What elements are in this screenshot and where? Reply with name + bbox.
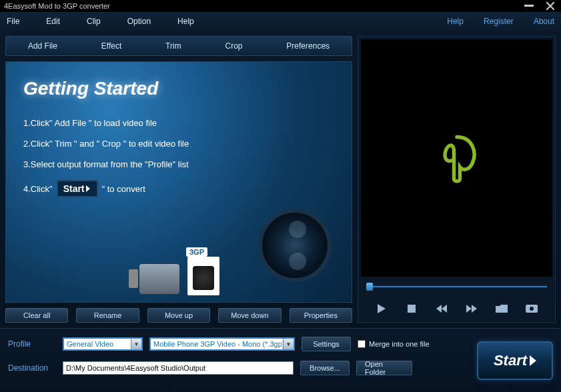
profile-category-combo[interactable]: General Video ▼ [63, 337, 143, 351]
open-folder-button[interactable]: Open Folder [356, 361, 412, 375]
list-actions: Clear all Rename Move up Move down Prope… [5, 308, 352, 323]
link-about[interactable]: About [534, 17, 554, 26]
chevron-down-icon: ▼ [283, 339, 294, 349]
toolbar-crop[interactable]: Crop [225, 41, 243, 51]
toolbar-trim[interactable]: Trim [165, 41, 181, 51]
file-3gp-icon [187, 257, 219, 295]
content-area: Add File Effect Trim Crop Preferences Ge… [0, 31, 561, 328]
menu-help[interactable]: Help [177, 17, 194, 26]
toolbar-preferences[interactable]: Preferences [286, 41, 330, 51]
window-controls [522, 2, 557, 10]
seek-bar[interactable] [366, 285, 547, 289]
titlebar: 4Easysoft Mod to 3GP converter [0, 0, 561, 12]
seek-thumb[interactable] [366, 283, 373, 291]
browse-button[interactable]: Browse... [300, 361, 350, 375]
profile-format-combo[interactable]: Mobile Phone 3GP Video - Mono (*.3gp) ▼ [149, 337, 295, 351]
move-up-button[interactable]: Move up [147, 308, 210, 323]
chevron-down-icon: ▼ [131, 339, 141, 349]
step-4-suffix: " to convert [102, 184, 145, 194]
link-register[interactable]: Register [484, 17, 514, 26]
destination-input[interactable]: D:\My Documents\4Easysoft Studio\Output [63, 361, 294, 375]
link-help[interactable]: Help [447, 17, 464, 26]
step-1: 1.Click" Add File " to load video file [23, 118, 341, 128]
toolbar-effect[interactable]: Effect [101, 41, 121, 51]
player-controls [361, 298, 552, 319]
window-title: 4Easysoft Mod to 3GP converter [4, 2, 110, 10]
preview-panel [358, 36, 556, 323]
video-preview [361, 39, 552, 277]
move-down-button[interactable]: Move down [218, 308, 281, 323]
profile-row: Profile General Video ▼ Mobile Phone 3GP… [8, 337, 466, 351]
rename-button[interactable]: Rename [76, 308, 139, 323]
toolbar-add-file[interactable]: Add File [28, 41, 57, 51]
minimize-button[interactable] [522, 2, 536, 10]
menu-file[interactable]: File [7, 17, 19, 26]
prev-button[interactable] [432, 302, 451, 315]
menu-edit[interactable]: Edit [46, 17, 60, 26]
left-panel: Add File Effect Trim Crop Preferences Ge… [5, 36, 352, 323]
svg-rect-0 [524, 5, 534, 7]
getting-started-title: Getting Started [23, 78, 341, 99]
inline-start-demo: Start [57, 180, 98, 197]
film-reel-icon [258, 209, 332, 282]
main-toolbar: Add File Effect Trim Crop Preferences [5, 36, 352, 56]
profile-label: Profile [8, 339, 56, 349]
merge-checkbox[interactable] [358, 340, 366, 348]
start-button[interactable]: Start [477, 341, 553, 380]
bottom-panel: Profile General Video ▼ Mobile Phone 3GP… [0, 328, 561, 392]
step-3: 3.Select output format from the "Profile… [23, 159, 341, 169]
snapshot-button[interactable] [522, 302, 541, 315]
menubar: File Edit Clip Option Help Help Register… [0, 12, 561, 31]
merge-label: Merge into one file [369, 340, 430, 348]
svg-rect-3 [408, 305, 416, 313]
settings-button[interactable]: Settings [302, 337, 351, 351]
clear-all-button[interactable]: Clear all [5, 308, 68, 323]
brand-logo-icon [427, 128, 487, 188]
output-settings: Profile General Video ▼ Mobile Phone 3GP… [8, 337, 466, 384]
step-4-prefix: 4.Click" [23, 184, 53, 194]
app-window: 4Easysoft Mod to 3GP converter File Edit… [0, 0, 561, 392]
stop-button[interactable] [402, 302, 421, 315]
svg-point-5 [530, 307, 534, 311]
step-2: 2.Click" Trim " and " Crop " to edit vid… [23, 139, 341, 149]
menu-clip[interactable]: Clip [87, 17, 101, 26]
getting-started-panel: Getting Started 1.Click" Add File " to l… [5, 61, 352, 303]
destination-row: Destination D:\My Documents\4Easysoft St… [8, 361, 466, 375]
close-button[interactable] [544, 2, 557, 10]
open-file-button[interactable] [492, 302, 511, 315]
menu-option[interactable]: Option [127, 17, 151, 26]
destination-label: Destination [8, 363, 56, 373]
camcorder-icon [139, 264, 179, 294]
merge-option[interactable]: Merge into one file [358, 340, 430, 348]
next-button[interactable] [462, 302, 481, 315]
play-button[interactable] [372, 302, 391, 315]
step-4: 4.Click" Start " to convert [23, 180, 341, 197]
properties-button[interactable]: Properties [290, 308, 352, 323]
